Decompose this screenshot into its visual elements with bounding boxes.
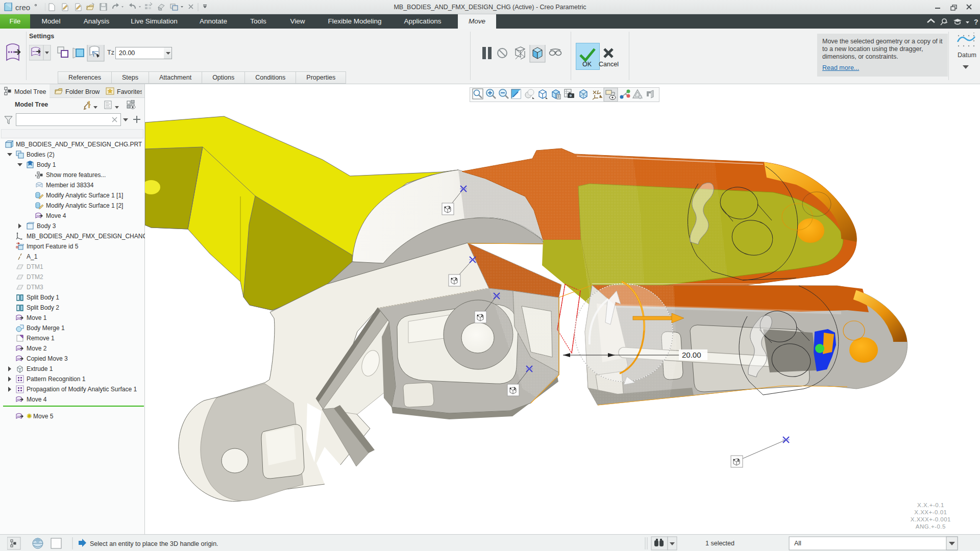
svg-text:creo: creo [15,3,30,12]
svg-text:Datum: Datum [958,52,976,59]
svg-text:20.00: 20.00 [682,350,701,359]
svg-text:Model Tree: Model Tree [14,88,46,95]
svg-text:Cancel: Cancel [599,61,619,68]
svg-text:All: All [794,540,801,547]
svg-text:OK: OK [582,61,592,68]
svg-text:Select an entity to place the: Select an entity to place the 3D handle … [90,540,218,547]
svg-text:?: ? [974,18,978,26]
svg-text:1 selected: 1 selected [705,540,734,547]
svg-text:Folder Brow: Folder Brow [65,88,100,95]
svg-text:Favorites: Favorites [117,88,142,95]
